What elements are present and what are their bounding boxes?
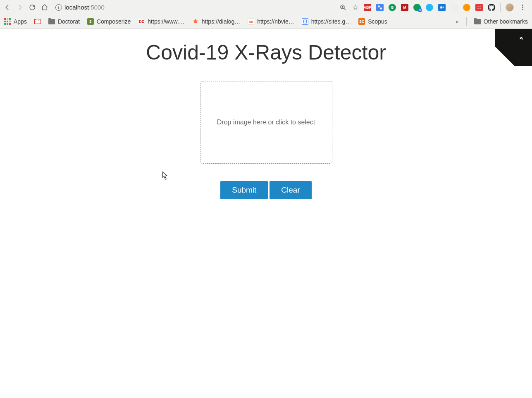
mendeley-icon[interactable]: M bbox=[401, 4, 408, 11]
bookmarks-divider bbox=[466, 17, 467, 26]
favicon bbox=[192, 18, 199, 25]
forward-button[interactable] bbox=[16, 3, 24, 12]
bookmark-label: https://dialog… bbox=[202, 18, 240, 25]
svg-rect-1 bbox=[440, 6, 442, 8]
favicon bbox=[302, 18, 308, 25]
translate-icon[interactable] bbox=[376, 4, 384, 11]
octocat-icon bbox=[515, 34, 527, 45]
back-button[interactable] bbox=[3, 3, 12, 12]
bookmark-label: https://www.… bbox=[148, 18, 184, 25]
bookmark-label: Doctorat bbox=[58, 18, 80, 25]
url-host: localhost bbox=[64, 4, 89, 11]
extension-icon-1[interactable] bbox=[426, 4, 433, 11]
url-text: localhost:5000 bbox=[64, 4, 105, 11]
gmail-icon bbox=[34, 19, 41, 24]
browser-chrome: i localhost:5000 ☆ ABP G M 3 bbox=[0, 0, 532, 29]
nbviewer-bookmark[interactable]: NB https://nbvie… bbox=[248, 18, 294, 25]
github-corner[interactable] bbox=[495, 29, 532, 66]
svg-rect-6 bbox=[303, 20, 307, 23]
gmail-bookmark[interactable] bbox=[34, 19, 41, 24]
zoom-ext-icon[interactable] bbox=[438, 4, 446, 11]
favicon: NB bbox=[248, 18, 254, 25]
image-dropzone[interactable]: Drop image here or click to select bbox=[200, 81, 332, 164]
bookmarks-overflow[interactable]: » bbox=[456, 18, 459, 25]
home-button[interactable] bbox=[41, 3, 49, 12]
bookmark-label: Scopus bbox=[368, 18, 387, 25]
reload-button[interactable] bbox=[28, 3, 36, 12]
folder-icon bbox=[48, 19, 55, 24]
toolbar-right: ☆ ABP G M 3 bbox=[339, 3, 529, 12]
dropzone-text: Drop image here or click to select bbox=[217, 119, 315, 126]
site-info-icon[interactable]: i bbox=[55, 4, 62, 11]
scopus-bookmark[interactable]: SC Scopus bbox=[358, 18, 387, 25]
bookmark-label: Composerize bbox=[97, 18, 131, 25]
zoom-icon[interactable] bbox=[339, 3, 347, 12]
extension-icon-3[interactable] bbox=[463, 4, 470, 11]
toolbar-divider bbox=[500, 3, 501, 12]
bookmark-label: https://nbvie… bbox=[257, 18, 294, 25]
address-bar[interactable]: i localhost:5000 bbox=[55, 2, 335, 13]
extension-icon-2[interactable] bbox=[451, 4, 458, 11]
folder-icon bbox=[474, 19, 481, 24]
adblock-icon[interactable]: ABP bbox=[364, 4, 371, 11]
main-container: Covid-19 X-Rays Detector Drop image here… bbox=[80, 29, 452, 199]
bookmark-label: Other bookmarks bbox=[484, 18, 528, 25]
extension-badge-icon[interactable]: 3 bbox=[413, 4, 421, 11]
github-icon[interactable] bbox=[488, 4, 495, 11]
dz-bookmark[interactable]: DZ https://www.… bbox=[138, 18, 184, 25]
url-port: :5000 bbox=[89, 4, 105, 11]
button-row: Submit Clear bbox=[80, 181, 452, 199]
bookmark-label: Apps bbox=[14, 18, 27, 25]
bookmark-label: https://sites.g… bbox=[311, 18, 351, 25]
other-bookmarks[interactable]: Other bookmarks bbox=[474, 18, 528, 25]
dialog-bookmark[interactable]: https://dialog… bbox=[192, 18, 240, 25]
doctorat-bookmark[interactable]: Doctorat bbox=[48, 18, 80, 25]
nav-toolbar: i localhost:5000 ☆ ABP G M 3 bbox=[0, 0, 532, 14]
favicon: $ bbox=[87, 18, 94, 25]
favicon: DZ bbox=[138, 18, 145, 25]
svg-point-2 bbox=[478, 6, 479, 7]
page-title: Covid-19 X-Rays Detector bbox=[80, 41, 452, 64]
bookmarks-bar: Apps Doctorat $ Composerize DZ https://w… bbox=[0, 14, 532, 29]
favicon: SC bbox=[358, 18, 365, 25]
star-icon[interactable]: ☆ bbox=[352, 3, 359, 12]
svg-point-5 bbox=[480, 8, 481, 9]
extension-icon-4[interactable] bbox=[475, 4, 483, 11]
profile-avatar[interactable] bbox=[506, 3, 514, 12]
page-content: Covid-19 X-Rays Detector Drop image here… bbox=[0, 29, 532, 398]
apps-bookmark[interactable]: Apps bbox=[4, 18, 27, 25]
submit-button[interactable]: Submit bbox=[220, 181, 268, 199]
apps-grid-icon bbox=[4, 18, 11, 25]
clear-button[interactable]: Clear bbox=[270, 181, 311, 199]
composerize-bookmark[interactable]: $ Composerize bbox=[87, 18, 131, 25]
svg-point-4 bbox=[478, 8, 479, 9]
browser-menu-icon[interactable] bbox=[519, 5, 526, 10]
grammarly-icon[interactable]: G bbox=[389, 4, 396, 11]
sites-bookmark[interactable]: https://sites.g… bbox=[302, 18, 351, 25]
svg-point-3 bbox=[480, 6, 481, 7]
